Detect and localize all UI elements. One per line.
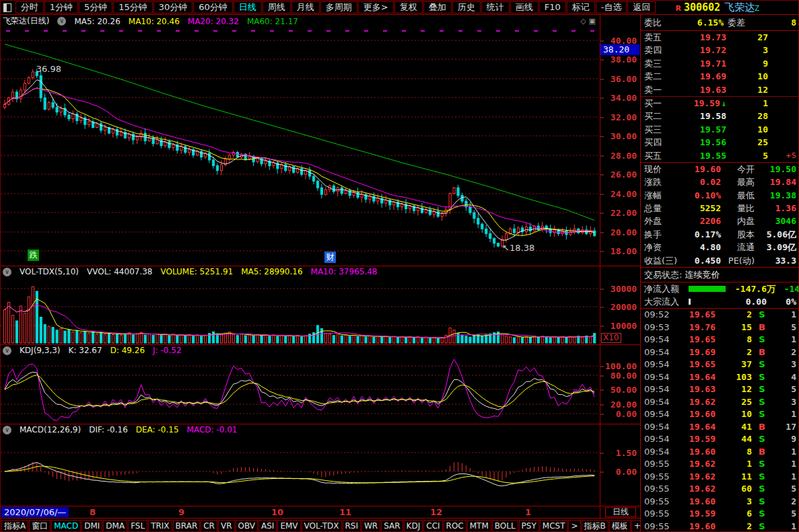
indicator-tab[interactable]: 指标A	[1, 520, 28, 532]
indicator-tab[interactable]: VR	[218, 520, 235, 532]
diamond-icon[interactable]: ◇	[580, 17, 588, 26]
indicator-tab[interactable]: WR	[361, 520, 380, 532]
indicator-tab[interactable]: >	[568, 520, 580, 532]
tool-button[interactable]: 统计	[481, 1, 510, 13]
info-label: 换手	[644, 228, 678, 241]
bid-price[interactable]: 19.57	[674, 123, 726, 136]
indicator-tab[interactable]: +	[631, 520, 640, 532]
axis-tick-label: 18.00	[600, 246, 640, 256]
chevron-down-icon[interactable]: ∨	[3, 268, 11, 276]
indicator-value: VVOL: 44007.38	[87, 267, 152, 276]
tick-side: S	[752, 508, 772, 521]
indicator-tab[interactable]: BOLL	[492, 520, 518, 532]
indicator-tab[interactable]: TRIX	[148, 520, 172, 532]
event-marker-die[interactable]: 跌	[28, 250, 39, 261]
volume-pane[interactable]: ∨ VOL-TDX(5,10)VVOL: 44007.38VOLUME: 525…	[1, 266, 640, 344]
indicator-tab[interactable]: CCI	[423, 520, 442, 532]
bid-price[interactable]: 19.58	[674, 110, 726, 122]
indicator-tab[interactable]: RSI	[343, 520, 361, 532]
tool-button[interactable]: F10	[539, 1, 566, 13]
event-marker-cai[interactable]: 财	[324, 252, 336, 263]
tool-button[interactable]: 历史	[452, 1, 481, 13]
bid-row[interactable]: 买一19.59↓1	[641, 97, 799, 110]
bid-price[interactable]: 19.55	[674, 149, 726, 162]
period-tab[interactable]: 60分钟	[193, 1, 233, 13]
indicator-tab[interactable]: 指标B	[582, 520, 609, 532]
tool-button[interactable]: 画线	[510, 1, 539, 13]
ask-volume: 3	[726, 44, 768, 56]
bid-extra	[768, 110, 796, 122]
period-tab[interactable]: 更多>	[358, 1, 394, 13]
header-corner-icons[interactable]: ◇▣	[580, 17, 598, 26]
period-tab[interactable]: 月线	[291, 1, 320, 13]
macd-pane[interactable]: ∨ MACD(12,26,9)DIF: -0.16DEA: -0.15MACD:…	[1, 424, 640, 506]
panel-icon[interactable]: ▣	[589, 17, 598, 26]
ask-row[interactable]: 卖一19.6312	[641, 83, 799, 96]
tick-list[interactable]: 09:5219.652S109:5319.7615B509:5419.658S1…	[641, 309, 799, 532]
tool-button[interactable]: 复权	[394, 1, 423, 13]
period-tab[interactable]: 日线	[234, 1, 262, 13]
indicator-tab[interactable]: BRAR	[173, 520, 201, 532]
bid-price[interactable]: 19.59↓	[674, 97, 726, 110]
period-tab[interactable]: 分时	[15, 1, 44, 13]
tool-button[interactable]: -自选	[596, 1, 627, 13]
period-tab[interactable]: 多周期	[320, 1, 357, 13]
bid-row[interactable]: 买二19.5828	[641, 110, 799, 122]
window-layout-icon[interactable]	[3, 3, 11, 12]
period-label[interactable]: 日线	[605, 507, 636, 517]
ask-price[interactable]: 19.71	[674, 57, 726, 70]
bid-row[interactable]: 买三19.5710	[641, 123, 799, 136]
macd-value-labels: MACD(12,26,9)DIF: -0.16DEA: -0.15MACD: -…	[20, 425, 237, 434]
indicator-tab[interactable]: PSY	[519, 520, 539, 532]
tick-row: 09:5519.603S2	[641, 496, 799, 508]
ask-price[interactable]: 19.73	[674, 31, 726, 44]
start-date-tag[interactable]: 2020/07/06/—	[1, 507, 69, 517]
indicator-tab[interactable]: MTM	[467, 520, 491, 532]
indicator-tab[interactable]: 窗口	[29, 520, 50, 532]
period-tab[interactable]: 周线	[263, 1, 291, 13]
ask-price[interactable]: 19.69	[674, 70, 726, 83]
chevron-down-icon[interactable]: ∨	[3, 346, 11, 355]
ask-row[interactable]: 卖三19.719	[641, 57, 799, 70]
chevron-down-icon[interactable]: ∨	[3, 426, 11, 434]
info-label: 涨跌	[644, 176, 678, 188]
kdj-chart[interactable]	[1, 345, 600, 424]
ask-price[interactable]: 19.63	[674, 83, 726, 96]
indicator-tab[interactable]: DMA	[103, 520, 127, 532]
indicator-tab[interactable]: OBV	[236, 520, 258, 532]
axis-tick-label: 0.00	[600, 467, 640, 477]
period-tab[interactable]: 5分钟	[79, 1, 112, 13]
bid-row[interactable]: 买五19.555+5	[641, 149, 799, 162]
indicator-tab[interactable]: 模板	[609, 520, 631, 532]
candlestick-chart[interactable]: 36.98↖18.38	[1, 15, 600, 266]
kdj-pane[interactable]: ∨ KDJ(9,3,3)K: 32.67D: 49.26J: -0.52 100…	[1, 344, 640, 424]
candlestick-pane[interactable]: 36.98↖18.38 飞荣达(日线) ∨ MA5: 20.26MA10: 20…	[1, 15, 640, 266]
ask-row[interactable]: 卖五19.7327	[641, 31, 799, 44]
ask-price[interactable]: 19.72	[674, 44, 726, 56]
indicator-tab[interactable]: MACD	[51, 520, 81, 532]
volume-chart[interactable]	[1, 266, 600, 344]
indicator-tab[interactable]: VOL-TDX	[302, 520, 342, 532]
chevron-down-icon[interactable]: ∨	[57, 17, 66, 26]
period-tab[interactable]: 30分钟	[153, 1, 193, 13]
period-tab[interactable]: 1分钟	[44, 1, 78, 13]
ask-row[interactable]: 卖二19.6910	[641, 70, 799, 83]
ask-row[interactable]: 卖四19.723	[641, 44, 799, 56]
indicator-tab[interactable]: KDJ	[404, 520, 423, 532]
tool-button[interactable]: 叠加	[423, 1, 452, 13]
flow-percent: 0%	[767, 297, 796, 307]
indicator-tab[interactable]: ASI	[258, 520, 277, 532]
indicator-tab[interactable]: ROC	[444, 520, 466, 532]
tool-button[interactable]: 返回	[627, 1, 656, 13]
indicator-tab[interactable]: MCST	[540, 520, 568, 532]
indicator-tab[interactable]: EMV	[277, 520, 300, 532]
indicator-tab[interactable]: FSL	[128, 520, 147, 532]
macd-chart[interactable]	[1, 424, 600, 506]
indicator-tab[interactable]: DMI	[81, 520, 102, 532]
bid-price[interactable]: 19.56	[674, 136, 726, 149]
indicator-tab[interactable]: SAR	[381, 520, 403, 532]
period-tab[interactable]: 15分钟	[113, 1, 153, 13]
indicator-tab[interactable]: CR	[201, 520, 217, 532]
tool-button[interactable]: 标记	[567, 1, 595, 13]
bid-row[interactable]: 买四19.5625	[641, 136, 799, 149]
